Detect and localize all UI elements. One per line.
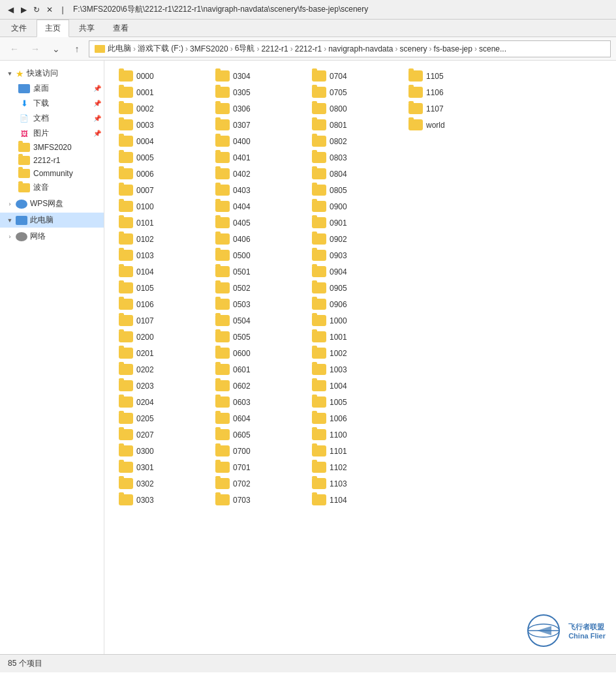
address-box[interactable]: 此电脑 › 游戏下载 (F:) › 3MFS2020 › 6导航 › 2212-… [89,40,611,57]
breadcrumb-2212r1-2[interactable]: 2212-r1 [295,44,322,53]
folder-item[interactable]: 1102 [308,460,399,475]
folder-item[interactable]: 0207 [115,427,206,442]
folder-item[interactable]: 0204 [115,395,206,410]
folder-item[interactable]: 0603 [211,395,303,410]
folder-item[interactable]: 1002 [308,346,399,361]
folder-item[interactable]: 0701 [211,460,303,475]
breadcrumb-scene[interactable]: scene... [479,44,506,53]
sidebar-item-boeing[interactable]: 波音 [0,180,104,195]
network-header[interactable]: › 网络 [0,229,104,244]
folder-item[interactable]: 0903 [308,248,399,263]
folder-item[interactable]: 1003 [308,362,399,377]
breadcrumb-scenery[interactable]: scenery [400,44,427,53]
folder-item[interactable]: 0406 [211,232,303,247]
nav-up-button[interactable]: ↑ [68,40,86,57]
folder-item[interactable]: 0601 [211,362,303,377]
folder-item[interactable]: 0005 [115,150,206,165]
folder-item[interactable]: 0303 [115,492,206,507]
tab-home[interactable]: 主页 [37,20,69,37]
folder-item[interactable]: 0700 [211,443,303,458]
folder-item[interactable]: 1107 [405,101,496,116]
folder-item[interactable]: 1104 [308,492,399,507]
sidebar-item-2212r1[interactable]: 2212-r1 [0,154,104,167]
folder-item[interactable]: 0703 [211,492,303,507]
folder-item[interactable]: 0200 [115,329,206,344]
folder-item[interactable]: 0503 [211,297,303,312]
breadcrumb-2212r1-1[interactable]: 2212-r1 [261,44,288,53]
folder-item[interactable]: 0300 [115,443,206,458]
breadcrumb-3mfs[interactable]: 3MFS2020 [190,44,228,53]
folder-item[interactable]: 0101 [115,215,206,230]
folder-item[interactable]: 0000 [115,68,206,83]
folder-item[interactable]: 0107 [115,313,206,328]
folder-item[interactable]: 0201 [115,346,206,361]
nav-forward-button[interactable]: → [26,40,44,57]
nav-recent-button[interactable]: ⌄ [47,40,65,57]
folder-item[interactable]: 0904 [308,264,399,279]
folder-item[interactable]: 0106 [115,297,206,312]
folder-item[interactable]: 0602 [211,378,303,393]
folder-item[interactable]: 0501 [211,264,303,279]
sidebar-item-community[interactable]: Community [0,167,104,180]
folder-item[interactable]: 1106 [405,85,496,100]
breadcrumb-computer[interactable]: 此电脑 [108,43,131,54]
folder-item[interactable]: 0600 [211,346,303,361]
folder-item[interactable]: 1101 [308,443,399,458]
folder-item[interactable]: 0403 [211,183,303,198]
folder-item[interactable]: 0805 [308,183,399,198]
folder-item[interactable]: 0003 [115,117,206,132]
breadcrumb-drive[interactable]: 游戏下载 (F:) [138,43,183,54]
tab-view[interactable]: 查看 [104,20,137,37]
folder-item[interactable]: 0007 [115,183,206,198]
folder-item[interactable]: 0001 [115,85,206,100]
folder-item[interactable]: 1000 [308,313,399,328]
folder-item[interactable]: 1100 [308,427,399,442]
folder-item[interactable]: 0103 [115,248,206,263]
tab-share[interactable]: 共享 [70,20,103,37]
folder-item[interactable]: 0400 [211,134,303,149]
window-controls[interactable]: ◀ ▶ ↻ ✕ | [5,5,68,15]
folder-item[interactable]: 1001 [308,329,399,344]
folder-item[interactable]: 0702 [211,476,303,491]
folder-item[interactable]: 0802 [308,134,399,149]
folder-item[interactable]: 0306 [211,101,303,116]
folder-item[interactable]: 0500 [211,248,303,263]
folder-item[interactable]: world [405,117,496,132]
sidebar-item-documents[interactable]: 📄 文档 📌 [0,111,104,126]
folder-item[interactable]: 0102 [115,232,206,247]
sidebar-item-pictures[interactable]: 🖼 图片 📌 [0,126,104,141]
folder-item[interactable]: 0704 [308,68,399,83]
folder-item[interactable]: 0405 [211,215,303,230]
computer-header[interactable]: ▼ 此电脑 [0,213,104,228]
folder-item[interactable]: 0305 [211,85,303,100]
folder-item[interactable]: 0801 [308,117,399,132]
folder-item[interactable]: 0401 [211,150,303,165]
folder-item[interactable]: 0906 [308,297,399,312]
folder-item[interactable]: 0104 [115,264,206,279]
folder-item[interactable]: 0205 [115,411,206,426]
folder-item[interactable]: 0301 [115,460,206,475]
folder-item[interactable]: 0900 [308,199,399,214]
nav-back-button[interactable]: ← [5,40,23,57]
folder-item[interactable]: 0105 [115,280,206,295]
breadcrumb-fsbj[interactable]: fs-base-jep [434,44,472,53]
breadcrumb-nav[interactable]: 6导航 [235,43,255,54]
breadcrumb-navigraph[interactable]: navigraph-navdata [328,44,393,53]
folder-item[interactable]: 0800 [308,101,399,116]
wps-header[interactable]: › WPS网盘 [0,196,104,211]
sidebar-item-download[interactable]: ⬇ 下载 📌 [0,96,104,111]
folder-item[interactable]: 0505 [211,329,303,344]
folder-item[interactable]: 0302 [115,476,206,491]
folder-item[interactable]: 0402 [211,166,303,181]
forward-icon[interactable]: ▶ [18,5,29,15]
folder-item[interactable]: 0804 [308,166,399,181]
refresh-icon[interactable]: ↻ [31,5,42,15]
folder-item[interactable]: 0604 [211,411,303,426]
folder-item[interactable]: 1103 [308,476,399,491]
folder-item[interactable]: 0803 [308,150,399,165]
tab-file[interactable]: 文件 [3,20,35,37]
folder-item[interactable]: 0705 [308,85,399,100]
close-icon[interactable]: ✕ [44,5,55,15]
folder-item[interactable]: 0202 [115,362,206,377]
folder-item[interactable]: 0100 [115,199,206,214]
